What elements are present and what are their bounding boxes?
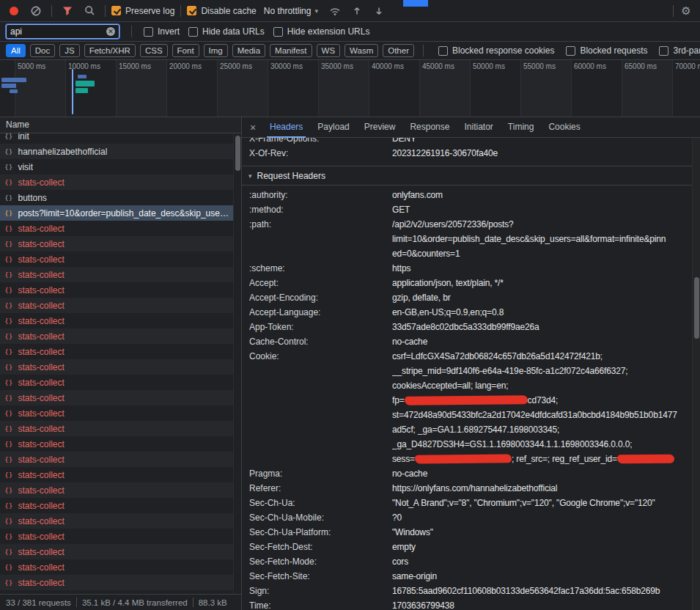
type-filter-all[interactable]: All (6, 44, 26, 57)
request-row[interactable]: {}stats-collect (0, 421, 233, 436)
type-filter-doc[interactable]: Doc (30, 44, 55, 57)
filter-option-3rd-party-requests[interactable]: 3rd-party requests (659, 45, 700, 56)
clear-filter-icon[interactable]: ✕ (106, 27, 115, 36)
filter-option-blocked-response-cookies[interactable]: Blocked response cookies (438, 45, 554, 56)
request-row[interactable]: {}hannahelizabethofficial (0, 144, 233, 159)
disable-cache-checkbox[interactable] (187, 6, 196, 15)
clear-network-log-button[interactable] (26, 2, 45, 20)
filter-input-box[interactable]: ✕ (6, 24, 119, 39)
header-row: :method:GET (249, 202, 692, 217)
type-filter-other[interactable]: Other (383, 44, 414, 57)
request-row[interactable]: {}stats-collect (0, 267, 233, 282)
request-row[interactable]: {}init (0, 128, 233, 144)
3rd-party-requests-checkbox[interactable] (659, 46, 668, 56)
type-filter-img[interactable]: Img (204, 44, 228, 57)
request-row[interactable]: {}stats-collect (0, 436, 233, 452)
request-row[interactable]: {}stats-collect (0, 174, 233, 190)
request-row[interactable]: {}stats-collect (0, 452, 233, 467)
import-har-button[interactable] (347, 2, 366, 20)
request-row[interactable]: {}stats-collect (0, 313, 233, 328)
search-button[interactable] (80, 2, 99, 20)
request-row[interactable]: {}stats-collect (0, 575, 233, 590)
request-list-scrollbar[interactable] (233, 133, 241, 594)
request-row[interactable]: {}stats-collect (0, 529, 233, 544)
tab-headers[interactable]: Headers (262, 117, 310, 138)
request-row[interactable]: {}stats-collect (0, 498, 233, 513)
invert-option[interactable]: Invert (144, 26, 180, 37)
type-filter-fetch-xhr[interactable]: Fetch/XHR (84, 44, 136, 57)
tab-cookies[interactable]: Cookies (541, 117, 587, 138)
script-icon: {} (4, 348, 12, 356)
type-filter-font[interactable]: Font (172, 44, 199, 57)
request-row[interactable]: {}stats-collect (0, 359, 233, 375)
request-row[interactable]: {}stats-collect (0, 251, 233, 267)
hide-data-urls-option[interactable]: Hide data URLs (188, 26, 265, 37)
record-button[interactable] (4, 2, 23, 20)
preserve-log-checkbox[interactable] (111, 6, 121, 15)
request-row[interactable]: {}stats-collect (0, 344, 233, 359)
overview-tick-label: 20000 ms (169, 62, 202, 70)
export-har-button[interactable] (369, 2, 388, 20)
request-row[interactable]: {}stats-collect (0, 328, 233, 344)
network-conditions-button[interactable] (325, 2, 345, 20)
type-filter-ws[interactable]: WS (317, 44, 341, 57)
type-filter-wasm[interactable]: Wasm (345, 44, 378, 57)
type-filter-css[interactable]: CSS (140, 44, 168, 57)
request-row[interactable]: {}stats-collect (0, 405, 233, 421)
scrollbar-thumb[interactable] (694, 277, 699, 339)
disable-cache-label: Disable cache (201, 6, 256, 16)
header-value: no-cache (392, 334, 692, 349)
invert-checkbox[interactable] (144, 27, 153, 37)
hide-extension-urls-checkbox[interactable] (273, 27, 283, 37)
script-icon: {} (4, 163, 12, 171)
header-value: gzip, deflate, br (392, 290, 692, 305)
request-row[interactable]: {}buttons (0, 190, 233, 205)
request-row[interactable]: {}visit (0, 159, 233, 174)
header-row: Time:1703636799438 (249, 598, 692, 610)
preserve-log-label: Preserve log (125, 6, 174, 16)
hide-data-urls-checkbox[interactable] (188, 27, 198, 37)
tab-preview[interactable]: Preview (357, 117, 403, 138)
request-row[interactable]: {}stats-collect (0, 544, 233, 559)
type-filter-manifest[interactable]: Manifest (270, 44, 312, 57)
request-row[interactable]: {}stats-collect (0, 221, 233, 236)
tab-payload[interactable]: Payload (310, 117, 356, 138)
filter-input[interactable] (10, 26, 103, 37)
details-tabs: × HeadersPayloadPreviewResponseInitiator… (242, 117, 700, 138)
request-row[interactable]: {}stats-collect (0, 282, 233, 298)
request-name: stats-collect (18, 378, 64, 388)
request-row[interactable]: {}stats-collect (0, 375, 233, 390)
request-row[interactable]: {}stats-collect (0, 467, 233, 482)
close-details-icon[interactable]: × (243, 122, 262, 133)
network-overview[interactable]: 5000 ms10000 ms15000 ms20000 ms25000 ms3… (0, 60, 700, 117)
disable-cache-option[interactable]: Disable cache (187, 6, 256, 16)
request-row[interactable]: {}stats-collect (0, 559, 233, 575)
request-row[interactable]: {}stats-collect (0, 236, 233, 251)
summary-divider (76, 598, 77, 607)
request-name: stats-collect (18, 177, 64, 188)
request-row[interactable]: {}stats-collect (0, 298, 233, 313)
request-row[interactable]: {}posts?limit=10&order=publish_date_desc… (0, 205, 233, 221)
tab-response[interactable]: Response (402, 117, 457, 138)
hide-extension-urls-option[interactable]: Hide extension URLs (273, 26, 370, 37)
request-row[interactable]: {}stats-collect (0, 513, 233, 529)
type-filter-media[interactable]: Media (232, 44, 265, 57)
tab-initiator[interactable]: Initiator (457, 117, 500, 138)
overview-tick-label: 50000 ms (473, 62, 505, 70)
tab-timing[interactable]: Timing (501, 117, 542, 138)
filter-option-blocked-requests[interactable]: Blocked requests (566, 45, 647, 56)
blocked-response-cookies-checkbox[interactable] (438, 46, 448, 56)
settings-button[interactable]: ⚙ (677, 2, 696, 20)
network-toolbar: Preserve log Disable cache No throttling… (0, 0, 700, 22)
details-scrollbar[interactable] (692, 138, 700, 610)
header-value: 202312261916-30670fa40e (392, 146, 692, 161)
blocked-requests-checkbox[interactable] (566, 46, 575, 56)
filter-button[interactable] (58, 2, 77, 20)
request-row[interactable]: {}stats-collect (0, 390, 233, 405)
throttling-dropdown[interactable]: No throttling ▾ (259, 4, 323, 18)
scrollbar-thumb[interactable] (235, 136, 240, 171)
preserve-log-option[interactable]: Preserve log (111, 6, 174, 16)
request-headers-section[interactable]: ▾ Request Headers (242, 166, 692, 185)
type-filter-js[interactable]: JS (59, 44, 79, 57)
request-row[interactable]: {}stats-collect (0, 482, 233, 498)
